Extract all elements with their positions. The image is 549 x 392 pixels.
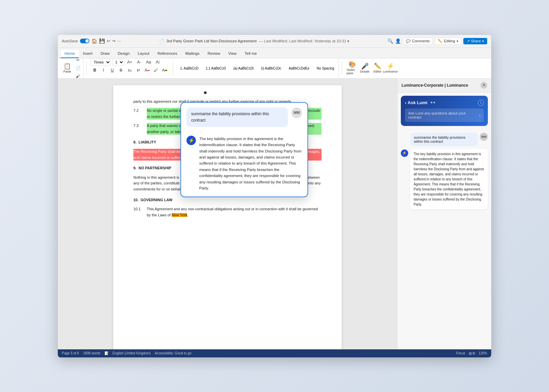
profile-icon[interactable]: 👤 <box>395 38 401 44</box>
lumi-ask-row[interactable]: Ask Lumi any questions about your contra… <box>405 108 484 122</box>
chat-user-avatar: MM <box>480 133 488 141</box>
cut-button[interactable]: ✂ <box>74 56 82 64</box>
font-section: Times 11 A+ A- Aa A⃝ B I U S x₂ x² A▬ 🖊 … <box>89 58 170 78</box>
ai-user-avatar: MM <box>291 107 302 118</box>
font-color-button[interactable]: A▬ <box>143 67 151 74</box>
styles-pane-button[interactable]: 🎨 Styles pane <box>346 59 358 77</box>
new-york-highlight: New York <box>172 213 187 217</box>
style-heading4[interactable]: AaBbCcDdEe <box>286 65 312 72</box>
bold-button[interactable]: B <box>91 67 99 74</box>
styles-preview: 1. AaBbCcD 1.1 AaBbCcD (a) AaBbCcDi (i) … <box>177 65 337 72</box>
extra-buttons-section: 🎨 Styles pane 🎤 Dictate ✏️ Editor ⚡ Lumi… <box>345 58 398 78</box>
style-normal[interactable]: 1. AaBbCcD <box>177 65 201 72</box>
copy-button[interactable]: 📄 <box>74 64 82 72</box>
style-no-spacing[interactable]: No Spacing <box>314 65 337 72</box>
clause-num-7-3: 7.3 <box>133 123 147 135</box>
divider-3 <box>342 61 342 75</box>
home-icon[interactable]: 🏠 <box>91 38 97 44</box>
chat-ai-bubble: The key liability provision in this agre… <box>410 149 488 210</box>
luminance-icon: ⚡ <box>387 63 394 69</box>
luminance-button[interactable]: ⚡ Luminance <box>384 59 396 77</box>
dropdown-arrow[interactable]: ▾ <box>347 39 349 43</box>
share-button[interactable]: ↗ Share ▾ <box>463 38 487 44</box>
comments-button[interactable]: 💬 Comments <box>403 38 433 45</box>
tab-tell-me[interactable]: Tell me <box>241 50 261 58</box>
tab-draw[interactable]: Draw <box>96 50 114 58</box>
shading-button[interactable]: A▬ <box>161 67 169 74</box>
undo-icon[interactable]: ↩ <box>107 39 110 43</box>
italic-button[interactable]: I <box>99 67 108 74</box>
font-family-select[interactable]: Times <box>91 59 111 66</box>
underline-button[interactable]: U <box>108 67 116 74</box>
comments-icon: 💬 <box>406 39 411 43</box>
styles-section: 1. AaBbCcD 1.1 AaBbCcD (a) AaBbCcDi (i) … <box>176 58 339 78</box>
main-area: party to this agreement nor shall it pre… <box>58 79 491 349</box>
track-changes-icon[interactable]: 📝 <box>104 351 109 355</box>
font-shrink-button[interactable]: A- <box>135 58 143 66</box>
section-num-9: 9. <box>133 165 136 171</box>
superscript-button[interactable]: x² <box>134 67 142 74</box>
clause-10-1: 10.1 This Agreement and any non-contract… <box>133 206 322 218</box>
divider-1 <box>86 61 87 75</box>
font-size-select[interactable]: 11 <box>112 59 124 66</box>
change-case-button[interactable]: Aa <box>144 58 153 66</box>
chat-area[interactable]: summarise the liability provisions withi… <box>397 129 491 349</box>
share-dropdown[interactable]: ▾ <box>482 39 484 43</box>
cursor <box>204 91 207 94</box>
redo-icon[interactable]: ↪ <box>112 39 116 43</box>
view-icons: ▤ ⊞ <box>469 351 475 355</box>
ribbon-tabs: Home Insert Draw Design Layout Reference… <box>58 48 491 58</box>
tab-view[interactable]: View <box>224 50 241 58</box>
clause-text-10-1: This Agreement and any non-contractual o… <box>147 206 322 218</box>
section-title-9: No Partnership <box>138 165 171 171</box>
style-heading1[interactable]: 1.1 AaBbCcD <box>203 65 229 72</box>
section-title-10: Governing Law <box>140 197 172 203</box>
top-right-buttons: 🔍 👤 💬 Comments ✏️ Editing ▾ ↗ Share ▾ <box>387 38 487 45</box>
editing-dropdown[interactable]: ▾ <box>457 39 458 43</box>
lumi-info-button[interactable]: i <box>478 100 484 106</box>
section-num-10: 10. <box>133 197 138 203</box>
tab-design[interactable]: Design <box>114 50 134 58</box>
more-icon[interactable]: ··· <box>118 39 121 43</box>
zoom-level: 120% <box>478 351 487 355</box>
ai-response-area: ⚡ The key liability provision in this ag… <box>181 132 307 197</box>
style-heading3[interactable]: (i) AaBbCcDc <box>258 65 284 72</box>
editing-button[interactable]: ✏️ Editing ▾ <box>435 38 461 45</box>
style-heading2[interactable]: (a) AaBbCcDi <box>230 65 257 72</box>
tab-mailings[interactable]: Mailings <box>181 50 203 58</box>
save-icon[interactable]: 💾 <box>99 38 105 44</box>
autosave-toggle[interactable] <box>80 39 89 43</box>
styles-pane-label: Styles pane <box>347 68 357 75</box>
tab-review[interactable]: Review <box>204 50 224 58</box>
divider-2 <box>173 61 173 75</box>
styles-icon: 🎨 <box>348 61 356 68</box>
clipboard-section: 📋 Paste ✂ 📄 🖌 <box>60 58 84 78</box>
lumi-arrow-icon: › <box>479 113 480 117</box>
highlight-color-button[interactable]: 🖊 <box>152 67 160 74</box>
sidebar-close-button[interactable]: ✕ <box>480 82 487 89</box>
back-arrow-icon: ‹ <box>405 100 406 105</box>
chat-user-text: summarise the liability provisions withi… <box>414 135 465 143</box>
ai-lumi-icon: ⚡ <box>186 136 196 145</box>
subscript-button[interactable]: x₂ <box>126 67 134 74</box>
editor-button[interactable]: ✏️ Editor <box>372 59 384 77</box>
pencil-icon: ✏️ <box>438 39 442 43</box>
doc-area[interactable]: party to this agreement nor shall it pre… <box>58 79 397 349</box>
lumi-ask-placeholder: Ask Lumi any questions about your contra… <box>408 111 479 119</box>
lumi-header: ‹ Ask Lumi ✦✦ i <box>405 100 484 106</box>
dictate-button[interactable]: 🎤 Dictate <box>359 59 371 77</box>
tab-layout[interactable]: Layout <box>134 50 154 58</box>
chat-ai-icon: ⚡ <box>401 149 408 157</box>
focus-button[interactable]: Focus <box>456 351 465 355</box>
paste-button[interactable]: 📋 Paste <box>61 59 73 77</box>
strikethrough-button[interactable]: S <box>117 67 125 74</box>
search-icon[interactable]: 🔍 <box>387 38 393 44</box>
ai-response-text: The key liability provision in this agre… <box>199 136 302 191</box>
lumi-panel: ‹ Ask Lumi ✦✦ i Ask Lumi any questions a… <box>401 96 488 126</box>
lumi-back-button[interactable]: ‹ Ask Lumi ✦✦ <box>405 100 435 105</box>
font-grow-button[interactable]: A+ <box>126 58 134 66</box>
clear-format-button[interactable]: A⃝ <box>154 58 162 66</box>
tab-references[interactable]: References <box>154 50 181 58</box>
chat-ai-message: ⚡ The key liability provision in this ag… <box>401 149 488 210</box>
section-10-header: 10. Governing Law <box>133 197 322 203</box>
